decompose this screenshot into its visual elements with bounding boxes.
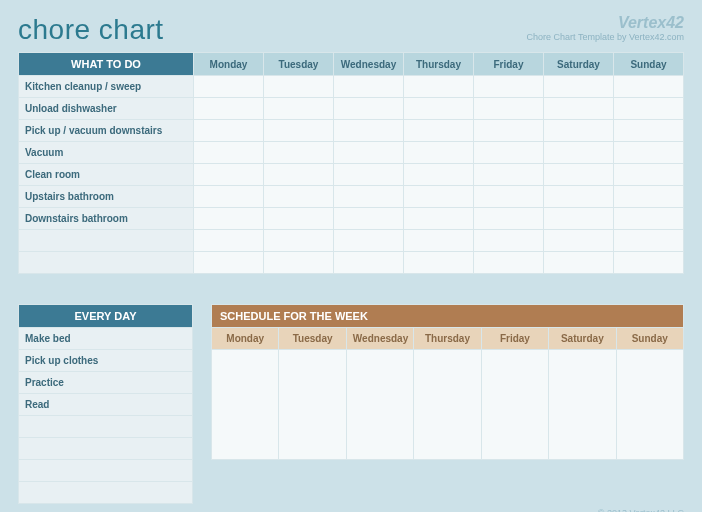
chore-cell[interactable] bbox=[404, 98, 474, 120]
day-header: Tuesday bbox=[279, 328, 346, 350]
every-day-item: Read bbox=[19, 394, 193, 416]
chore-cell[interactable] bbox=[544, 252, 614, 274]
every-day-item: Make bed bbox=[19, 328, 193, 350]
chore-cell[interactable] bbox=[474, 120, 544, 142]
chore-label bbox=[19, 230, 194, 252]
schedule-cell[interactable] bbox=[414, 350, 481, 460]
chore-cell[interactable] bbox=[474, 142, 544, 164]
chore-cell[interactable] bbox=[474, 76, 544, 98]
chore-cell[interactable] bbox=[264, 208, 334, 230]
chore-cell[interactable] bbox=[194, 120, 264, 142]
chore-cell[interactable] bbox=[474, 186, 544, 208]
chore-cell[interactable] bbox=[614, 142, 684, 164]
chore-cell[interactable] bbox=[334, 186, 404, 208]
footer-copyright: © 2013 Vertex42 LLC bbox=[18, 508, 684, 512]
chore-cell[interactable] bbox=[544, 208, 614, 230]
chore-cell[interactable] bbox=[264, 120, 334, 142]
chore-cell[interactable] bbox=[614, 120, 684, 142]
chore-cell[interactable] bbox=[544, 186, 614, 208]
chore-cell[interactable] bbox=[614, 164, 684, 186]
day-header: Sunday bbox=[616, 328, 683, 350]
chore-cell[interactable] bbox=[334, 164, 404, 186]
chore-cell[interactable] bbox=[334, 230, 404, 252]
schedule-cell[interactable] bbox=[346, 350, 413, 460]
chore-cell[interactable] bbox=[264, 164, 334, 186]
chore-cell[interactable] bbox=[404, 142, 474, 164]
page-title: chore chart bbox=[18, 14, 164, 46]
schedule-cell[interactable] bbox=[212, 350, 279, 460]
chore-cell[interactable] bbox=[404, 186, 474, 208]
chore-label: Unload dishwasher bbox=[19, 98, 194, 120]
chore-cell[interactable] bbox=[544, 230, 614, 252]
chore-cell[interactable] bbox=[404, 252, 474, 274]
chore-cell[interactable] bbox=[544, 142, 614, 164]
day-header: Saturday bbox=[549, 328, 616, 350]
chore-cell[interactable] bbox=[474, 252, 544, 274]
schedule-cell[interactable] bbox=[616, 350, 683, 460]
every-day-header: EVERY DAY bbox=[19, 305, 193, 328]
chore-cell[interactable] bbox=[544, 164, 614, 186]
chore-cell[interactable] bbox=[194, 164, 264, 186]
chore-cell[interactable] bbox=[614, 208, 684, 230]
chore-cell[interactable] bbox=[404, 120, 474, 142]
chore-cell[interactable] bbox=[264, 252, 334, 274]
chore-cell[interactable] bbox=[404, 230, 474, 252]
chore-cell[interactable] bbox=[474, 164, 544, 186]
chore-cell[interactable] bbox=[264, 230, 334, 252]
chore-cell[interactable] bbox=[194, 76, 264, 98]
chore-cell[interactable] bbox=[334, 98, 404, 120]
every-day-item bbox=[19, 416, 193, 438]
chore-cell[interactable] bbox=[334, 142, 404, 164]
day-header: Sunday bbox=[614, 53, 684, 76]
schedule-header: SCHEDULE FOR THE WEEK bbox=[212, 305, 684, 328]
chore-label: Clean room bbox=[19, 164, 194, 186]
chore-label: Kitchen cleanup / sweep bbox=[19, 76, 194, 98]
chore-cell[interactable] bbox=[334, 120, 404, 142]
schedule-cell[interactable] bbox=[549, 350, 616, 460]
brand-block: Vertex42 Chore Chart Template by Vertex4… bbox=[527, 14, 684, 42]
chore-cell[interactable] bbox=[194, 142, 264, 164]
chore-cell[interactable] bbox=[264, 76, 334, 98]
chore-cell[interactable] bbox=[194, 252, 264, 274]
chore-cell[interactable] bbox=[614, 76, 684, 98]
chore-cell[interactable] bbox=[264, 186, 334, 208]
brand-logo: Vertex42 bbox=[527, 14, 684, 32]
chore-cell[interactable] bbox=[614, 186, 684, 208]
day-header: Thursday bbox=[414, 328, 481, 350]
schedule-cell[interactable] bbox=[481, 350, 548, 460]
chore-cell[interactable] bbox=[194, 208, 264, 230]
chore-cell[interactable] bbox=[614, 230, 684, 252]
schedule-cell[interactable] bbox=[279, 350, 346, 460]
chore-table: WHAT TO DO Monday Tuesday Wednesday Thur… bbox=[18, 52, 684, 274]
chore-cell[interactable] bbox=[334, 76, 404, 98]
chore-cell[interactable] bbox=[474, 230, 544, 252]
every-day-item bbox=[19, 482, 193, 504]
schedule-table: SCHEDULE FOR THE WEEK Monday Tuesday Wed… bbox=[211, 304, 684, 460]
chore-cell[interactable] bbox=[404, 164, 474, 186]
chore-cell[interactable] bbox=[544, 120, 614, 142]
chore-cell[interactable] bbox=[264, 142, 334, 164]
chore-cell[interactable] bbox=[474, 98, 544, 120]
every-day-item bbox=[19, 460, 193, 482]
chore-cell[interactable] bbox=[544, 76, 614, 98]
chore-cell[interactable] bbox=[194, 230, 264, 252]
every-day-item: Pick up clothes bbox=[19, 350, 193, 372]
day-header: Wednesday bbox=[334, 53, 404, 76]
chore-cell[interactable] bbox=[614, 98, 684, 120]
chore-cell[interactable] bbox=[334, 208, 404, 230]
day-header: Friday bbox=[474, 53, 544, 76]
chore-cell[interactable] bbox=[194, 98, 264, 120]
day-header: Monday bbox=[212, 328, 279, 350]
chore-cell[interactable] bbox=[614, 252, 684, 274]
chore-cell[interactable] bbox=[264, 98, 334, 120]
chore-label bbox=[19, 252, 194, 274]
chore-cell[interactable] bbox=[404, 76, 474, 98]
chore-cell[interactable] bbox=[544, 98, 614, 120]
chore-cell[interactable] bbox=[334, 252, 404, 274]
day-header: Friday bbox=[481, 328, 548, 350]
every-day-item bbox=[19, 438, 193, 460]
chore-cell[interactable] bbox=[474, 208, 544, 230]
chore-label: Downstairs bathroom bbox=[19, 208, 194, 230]
chore-cell[interactable] bbox=[194, 186, 264, 208]
chore-cell[interactable] bbox=[404, 208, 474, 230]
